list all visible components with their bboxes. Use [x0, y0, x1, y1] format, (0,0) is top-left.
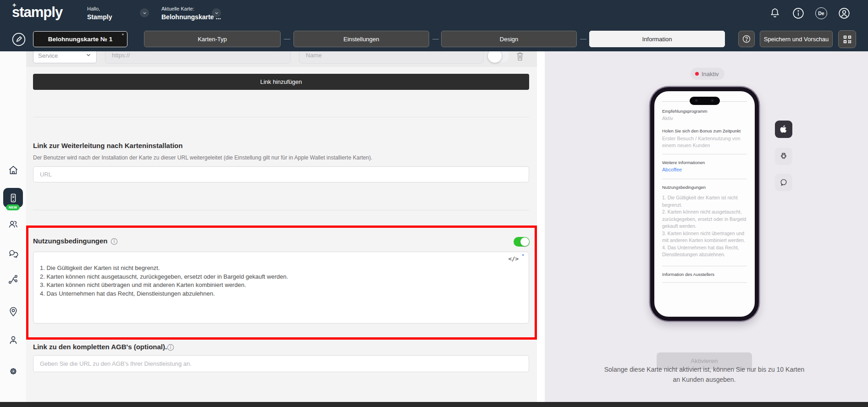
- branch-icon: [7, 274, 19, 286]
- redirect-section-description: Der Benutzer wird nach der Installation …: [33, 154, 372, 161]
- status-badge: Inaktiv: [691, 68, 724, 80]
- phone-divider: [662, 282, 747, 283]
- notifications-button[interactable]: [769, 7, 781, 19]
- new-badge: NEW: [6, 204, 20, 210]
- chats-icon: [7, 248, 19, 260]
- sidebar-item-home[interactable]: [7, 164, 19, 176]
- tab-separator: —: [284, 35, 290, 42]
- required-asterisk: *: [122, 33, 124, 38]
- terms-toggle[interactable]: [514, 237, 530, 247]
- android-icon: [779, 151, 789, 161]
- help-info-button[interactable]: [792, 7, 804, 19]
- home-icon: [7, 164, 19, 176]
- apple-wallet-button[interactable]: [775, 121, 792, 138]
- card-menu-toggle[interactable]: [212, 8, 221, 17]
- app-logo: + stamply: [12, 4, 62, 21]
- question-icon: [742, 34, 751, 44]
- apple-icon: [779, 124, 789, 134]
- chevron-down-icon: [214, 11, 219, 16]
- current-card-label: Aktuelle Karte:: [161, 6, 194, 11]
- trash-icon: [515, 51, 525, 62]
- phone-terms-text: 1. Die Gültigkeit der Karten ist nicht b…: [662, 194, 747, 258]
- app-root: Service Link hinzufügen Link zur Weiterl…: [0, 0, 868, 407]
- users-icon: [7, 218, 19, 230]
- delete-link-button[interactable]: [514, 50, 525, 63]
- qr-code-button[interactable]: [838, 30, 856, 48]
- card-icon: [8, 192, 19, 204]
- qr-code-icon: [842, 34, 852, 44]
- section-divider: [33, 117, 529, 117]
- activation-note: Solange diese Karte nicht aktiviert ist,…: [603, 364, 805, 385]
- info-icon[interactable]: [111, 238, 118, 245]
- referral-label: Empfehlungsprogramm: [662, 109, 747, 114]
- issuer-link[interactable]: Abcoffee: [662, 167, 682, 172]
- tab-separator: —: [580, 35, 586, 42]
- greeting-label: Hallo,: [87, 6, 100, 11]
- terms-textarea-wrap: </> * 1. Die Gültigkeit der Karten ist n…: [33, 252, 529, 324]
- bonus-value: Erster Besuch / Kartennutzung von einem …: [662, 135, 747, 148]
- referral-value: Aktiv: [662, 116, 747, 121]
- sidebar-item-profile[interactable]: [7, 334, 19, 346]
- chat-preview-button[interactable]: [775, 174, 792, 191]
- tab-information-active[interactable]: Information: [589, 31, 725, 47]
- status-dot-icon: [695, 72, 699, 76]
- sidebar-item-locations[interactable]: [7, 306, 19, 318]
- bonus-label: Holen Sie sich den Bonus zum Zeitpunkt: [662, 128, 747, 133]
- chat-bubble-icon: [779, 177, 789, 187]
- info-icon: [792, 7, 804, 19]
- chevron-down-icon: [85, 52, 92, 60]
- greeting-name: Stamply: [87, 13, 112, 21]
- tab-einstellungen[interactable]: Einstellungen: [293, 31, 429, 47]
- bottom-edge-bar: [0, 402, 868, 407]
- agb-url-input[interactable]: [33, 355, 529, 372]
- logo-plus-mark: +: [12, 1, 16, 9]
- sidebar: NEW: [0, 51, 26, 402]
- section-divider: [33, 210, 529, 210]
- sidebar-item-customers[interactable]: [7, 218, 19, 230]
- issuer-info-label: Information des Ausstellers: [662, 272, 747, 277]
- dynamic-island: [690, 97, 720, 105]
- tab-separator: —: [432, 35, 439, 42]
- more-info-label: Weitere Informationen: [662, 160, 747, 165]
- edit-card-name-button[interactable]: [11, 32, 26, 47]
- service-select-value: Service: [38, 52, 58, 59]
- account-button[interactable]: [838, 7, 850, 19]
- chevron-down-icon: [142, 11, 147, 16]
- status-label: Inaktiv: [702, 71, 719, 77]
- sidebar-item-integrations[interactable]: [7, 274, 19, 286]
- top-header: + stamply Hallo, Stamply Aktuelle Karte:…: [0, 0, 868, 51]
- camera-dot-icon: [711, 99, 713, 102]
- toggle-knob: [520, 237, 529, 246]
- person-icon: [7, 334, 19, 346]
- pen-icon: [11, 32, 26, 47]
- tab-design[interactable]: Design: [441, 31, 577, 47]
- agb-section-title: Link zu den kompletten AGB's (optional).: [33, 343, 167, 351]
- link-toggle[interactable]: [488, 50, 509, 62]
- phone-divider: [662, 154, 747, 154]
- card-name-input[interactable]: Belohnungskarte № 1 *: [33, 31, 127, 47]
- location-pin-icon: [7, 306, 19, 318]
- redirect-url-input[interactable]: [33, 166, 529, 182]
- add-link-button[interactable]: Link hinzufügen: [33, 74, 529, 90]
- terms-textarea[interactable]: 1. Die Gültigkeit der Karten ist nicht b…: [33, 252, 529, 323]
- save-preview-button[interactable]: Speichern und Vorschau: [760, 31, 833, 47]
- phone-terms-label: Nutzungsbedingungen: [662, 185, 747, 190]
- help-button[interactable]: [738, 31, 755, 47]
- language-button[interactable]: De: [815, 7, 827, 19]
- terms-section-title: Nutzungsbedingungen: [33, 237, 107, 245]
- account-menu-toggle[interactable]: [140, 8, 149, 17]
- sidebar-item-chats[interactable]: [7, 248, 19, 260]
- info-icon[interactable]: [167, 344, 174, 351]
- card-name-value: Belohnungskarte № 1: [48, 36, 112, 43]
- phone-mockup: Empfehlungsprogramm Aktiv Holen Sie sich…: [650, 87, 759, 321]
- sidebar-item-settings[interactable]: [7, 365, 19, 377]
- phone-divider: [662, 266, 747, 266]
- gear-icon: [7, 365, 19, 377]
- android-button[interactable]: [775, 148, 792, 165]
- user-circle-icon: [838, 7, 850, 19]
- redirect-section-title: Link zur Weiterleitung nach Karteninstal…: [33, 142, 182, 149]
- camera-dot-icon: [695, 99, 697, 102]
- tab-karten-typ[interactable]: Karten-Typ: [144, 31, 281, 47]
- logo-text: stamply: [12, 4, 62, 20]
- phone-divider: [662, 179, 747, 179]
